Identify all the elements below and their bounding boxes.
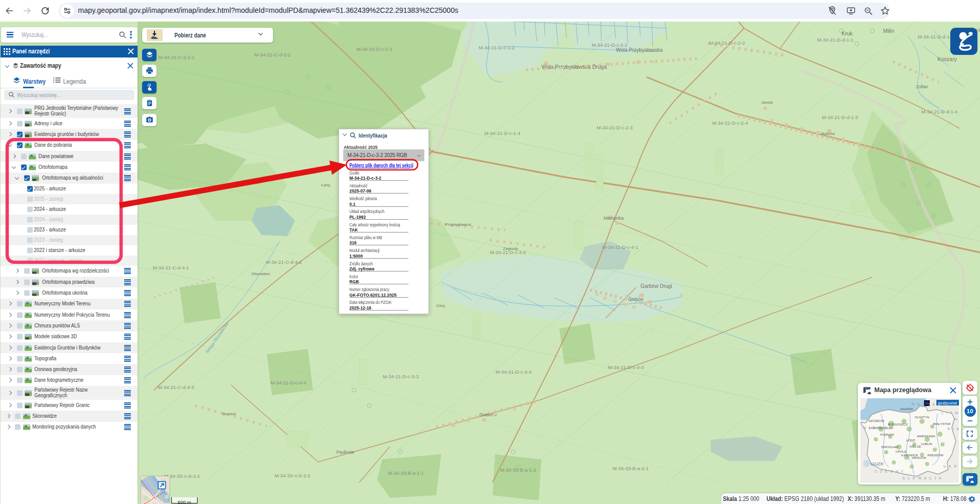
svg-text:Wola Przybysławska: Wola Przybysławska xyxy=(616,47,663,53)
svg-text:KIELCE: KIELCE xyxy=(910,444,921,448)
svg-text:GUZK: GUZK xyxy=(871,461,885,467)
svg-text:WROCŁAW: WROCŁAW xyxy=(881,445,898,449)
svg-text:LUBLIN: LUBLIN xyxy=(921,442,932,445)
svg-text:R O S J A: R O S J A xyxy=(912,402,936,406)
svg-text:M-34-21-D-c-1-4: M-34-21-D-c-1-4 xyxy=(484,130,520,136)
svg-text:ŁÓDŹ: ŁÓDŹ xyxy=(907,438,915,442)
svg-text:Przybysławice: Przybysławice xyxy=(445,222,472,227)
svg-text:Garbów Drugi: Garbów Drugi xyxy=(640,283,672,289)
svg-text:M-34-21-D-d-1-3: M-34-21-D-d-1-3 xyxy=(822,114,858,120)
svg-text:ge@portal: ge@portal xyxy=(938,401,957,405)
svg-text:POZNAŃ: POZNAŃ xyxy=(880,433,894,436)
svg-text:M-34-21-D-c-4-3: M-34-21-D-c-4-3 xyxy=(608,364,644,370)
svg-text:M-34-21-D-c-1-2: M-34-21-D-c-1-2 xyxy=(479,45,515,50)
svg-text:Kruk: Kruk xyxy=(841,30,853,36)
svg-text:L I T W A: L I T W A xyxy=(942,411,959,415)
svg-text:Paulinów: Paulinów xyxy=(337,450,355,455)
svg-text:SZCZECIN: SZCZECIN xyxy=(869,419,885,422)
svg-text:U K R: U K R xyxy=(944,464,957,468)
svg-text:Olszowiec: Olszowiec xyxy=(251,272,270,276)
svg-text:BYDGOSZCZ: BYDGOSZCZ xyxy=(888,422,908,426)
svg-text:M-34-21-D-c-4-4: M-34-21-D-c-4-4 xyxy=(270,380,306,385)
svg-text:M-34-21-D-d-1-2: M-34-21-D-d-1-2 xyxy=(918,34,954,40)
svg-text:M-34-21-C-d-2-1: M-34-21-C-d-2-1 xyxy=(159,54,195,60)
svg-text:RZESZÓW: RZESZÓW xyxy=(928,453,944,457)
svg-text:Garbów: Garbów xyxy=(628,297,644,302)
svg-text:M-34-21-C-d-4-1: M-34-21-C-d-4-1 xyxy=(153,265,189,270)
svg-text:Zagrody: Zagrody xyxy=(503,246,518,251)
svg-text:N I E M C Y: N I E M C Y xyxy=(864,426,892,430)
svg-text:Bronice: Bronice xyxy=(222,412,237,416)
svg-text:BIAŁYSTOK: BIAŁYSTOK xyxy=(933,422,951,425)
svg-text:M-34-33-B-a-2-1: M-34-33-B-a-2-1 xyxy=(613,466,649,471)
svg-text:M-34-21-D-c-4-1: M-34-21-D-c-4-1 xyxy=(602,244,638,250)
svg-text:Łany: Łany xyxy=(321,183,330,187)
svg-text:Zofian: Zofian xyxy=(916,84,928,89)
svg-text:M-34-33-A-b-2-2: M-34-33-A-b-2-2 xyxy=(275,473,310,478)
svg-text:Janów: Janów xyxy=(761,100,773,105)
svg-text:M-34-21-D-c-2-3: M-34-21-D-c-2-3 xyxy=(597,125,633,130)
svg-text:Góry: Góry xyxy=(436,303,445,308)
svg-text:KRAKÓW: KRAKÓW xyxy=(912,456,926,459)
svg-text:M-34-21-D-c-2-2: M-34-21-D-c-2-2 xyxy=(709,40,745,46)
svg-text:M-34-21-D-d-1-4: M-34-21-D-d-1-4 xyxy=(922,109,958,114)
svg-text:WARSZAWA: WARSZAWA xyxy=(917,434,936,438)
svg-text:B I A: B I A xyxy=(948,427,959,431)
svg-text:S Ł O W A C J A: S Ł O W A C J A xyxy=(903,476,942,480)
svg-text:M-34-33-B-a-1-2: M-34-33-B-a-1-2 xyxy=(500,467,536,473)
svg-text:M-34-21-D-c-2-4: M-34-21-D-c-2-4 xyxy=(712,120,748,126)
svg-text:GDAŃSK: GDAŃSK xyxy=(900,407,914,411)
svg-text:Koszary: Koszary xyxy=(937,56,957,62)
svg-text:OLSZTYN: OLSZTYN xyxy=(915,415,930,419)
svg-text:M-34-21-D-c-1-1: M-34-21-D-c-1-1 xyxy=(357,46,393,52)
svg-text:OPOLE: OPOLE xyxy=(895,450,906,453)
svg-text:M-34-21-C-d-4-2: M-34-21-C-d-4-2 xyxy=(266,259,302,265)
svg-text:C Z E C H Y: C Z E C H Y xyxy=(875,470,905,473)
svg-text:M-34-21-D-c-3-4: M-34-21-D-c-3-4 xyxy=(496,369,532,375)
svg-text:M-34-21-D-c-3-3: M-34-21-D-c-3-3 xyxy=(383,374,419,379)
svg-text:M-34-21-C-d-4-3: M-34-21-C-d-4-3 xyxy=(158,384,194,390)
svg-text:Wola Przybysławska Druga: Wola Przybysławska Druga xyxy=(541,64,607,70)
svg-text:Marianka: Marianka xyxy=(603,215,624,221)
svg-text:Borków: Borków xyxy=(821,131,835,136)
svg-text:M-34-33-A-b-2-1: M-34-33-A-b-2-1 xyxy=(164,473,200,479)
svg-text:Milin: Milin xyxy=(883,28,894,34)
svg-text:M-34-33-B-a-1-1: M-34-33-B-a-1-1 xyxy=(388,470,424,476)
svg-text:M-34-21-D-d-1-1: M-34-21-D-d-1-1 xyxy=(817,37,854,43)
svg-text:M-34-21-C-d-2-2: M-34-21-C-d-2-2 xyxy=(254,52,291,57)
